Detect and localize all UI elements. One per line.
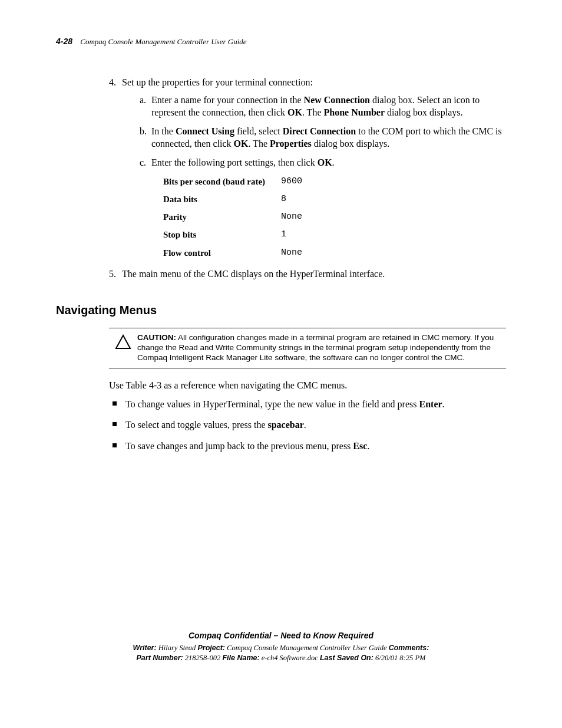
step-4-number: 4.: [109, 76, 116, 89]
list-item: To select and toggle values, press the s…: [109, 419, 506, 431]
footer-meta-line-2: Part Number: 218258-002 File Name: e-ch4…: [56, 653, 506, 663]
page-number: 4-28: [56, 37, 72, 46]
svg-marker-0: [116, 335, 130, 348]
nav-menus-body: Use Table 4-3 as a reference when naviga…: [109, 379, 506, 452]
step-5-text: The main menu of the CMC displays on the…: [122, 269, 385, 279]
list-item: To save changes and jump back to the pre…: [109, 440, 506, 453]
table-row: ParityNone: [163, 208, 302, 226]
step-4: 4. Set up the properties for your termin…: [109, 76, 506, 262]
header-title: Compaq Console Management Controller Use…: [80, 37, 246, 46]
table-row: Bits per second (baud rate)9600: [163, 173, 302, 190]
footer-confidential: Compaq Confidential – Need to Know Requi…: [56, 630, 506, 641]
port-settings-table: Bits per second (baud rate)9600 Data bit…: [163, 173, 302, 262]
step-5-number: 5.: [109, 268, 116, 281]
caution-text: CAUTION: All configuration changes made …: [137, 333, 506, 363]
caution-box: CAUTION: All configuration changes made …: [109, 328, 506, 368]
step-4a-label: a.: [140, 94, 146, 107]
step-4c-label: c.: [140, 156, 146, 169]
page-footer: Compaq Confidential – Need to Know Requi…: [56, 630, 506, 663]
caution-icon: [109, 333, 137, 363]
nav-intro: Use Table 4-3 as a reference when naviga…: [109, 379, 506, 392]
table-row: Stop bits1: [163, 226, 302, 243]
list-item: To change values in HyperTerminal, type …: [109, 398, 506, 411]
step-4a: a. Enter a name for your connection in t…: [140, 94, 506, 119]
footer-meta-line-1: Writer: Hilary Stead Project: Compaq Con…: [56, 643, 506, 653]
step-4c: c. Enter the following port settings, th…: [140, 156, 506, 262]
table-row: Flow controlNone: [163, 244, 302, 262]
page-header: 4-28 Compaq Console Management Controlle…: [56, 37, 506, 47]
table-row: Data bits8: [163, 190, 302, 208]
step-4b: b. In the Connect Using field, select Di…: [140, 125, 506, 150]
body-content: 4. Set up the properties for your termin…: [109, 76, 506, 280]
step-4-text: Set up the properties for your terminal …: [122, 77, 313, 87]
step-4b-label: b.: [140, 125, 147, 138]
step-5: 5. The main menu of the CMC displays on …: [109, 268, 506, 281]
section-heading-navigating-menus: Navigating Menus: [56, 304, 506, 317]
